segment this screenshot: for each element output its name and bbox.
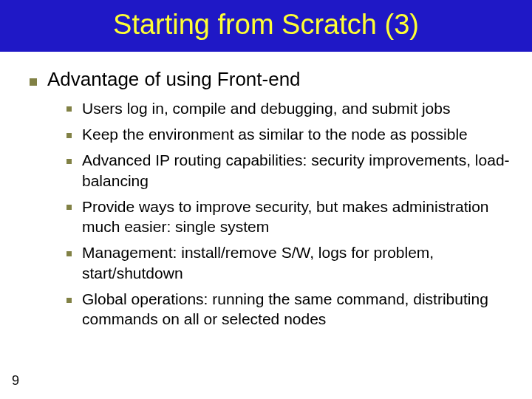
list-item-text: Keep the environment as similar to the n… (82, 124, 468, 144)
slide-number: 9 (12, 373, 19, 389)
list-item: Global operations: running the same comm… (66, 289, 510, 330)
section-heading: Advantage of using Front-end (30, 68, 510, 91)
list-item-text: Management: install/remove S/W, logs for… (82, 242, 510, 283)
slide-title: Starting from Scratch (3) (0, 0, 532, 52)
bullet-icon (66, 251, 72, 256)
bullet-icon (66, 159, 72, 164)
bullet-icon (30, 78, 37, 86)
bullet-icon (66, 205, 72, 210)
slide: Starting from Scratch (3) Advantage of u… (0, 0, 532, 399)
list-item: Users log in, compile and debugging, and… (66, 98, 510, 118)
list-item-text: Provide ways to improve security, but ma… (82, 197, 510, 237)
list-item: Advanced IP routing capabilities: securi… (66, 150, 510, 191)
list-item-text: Users log in, compile and debugging, and… (82, 98, 450, 118)
bullet-icon (66, 298, 72, 303)
list-item: Provide ways to improve security, but ma… (66, 197, 510, 237)
list-item-text: Advanced IP routing capabilities: securi… (82, 150, 510, 191)
list-item: Management: install/remove S/W, logs for… (66, 242, 510, 283)
list-item: Keep the environment as similar to the n… (66, 124, 510, 144)
bullet-list: Users log in, compile and debugging, and… (66, 98, 510, 330)
slide-body: Advantage of using Front-end Users log i… (0, 52, 532, 330)
section-heading-text: Advantage of using Front-end (47, 68, 301, 91)
bullet-icon (66, 133, 72, 138)
list-item-text: Global operations: running the same comm… (82, 289, 510, 330)
bullet-icon (66, 106, 72, 112)
